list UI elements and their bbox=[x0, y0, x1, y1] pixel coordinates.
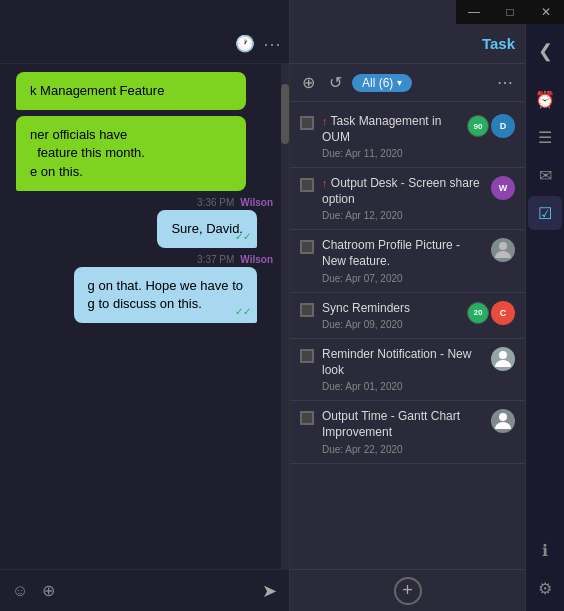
mail-icon[interactable]: ✉ bbox=[528, 158, 562, 192]
list-item: ner officials have feature this month.e … bbox=[0, 116, 289, 191]
message-sender: Wilson bbox=[240, 254, 273, 265]
task-options-icon[interactable]: ⋯ bbox=[493, 71, 517, 94]
refresh-icon[interactable]: ↺ bbox=[325, 71, 346, 94]
list-item: k Management Feature bbox=[0, 72, 289, 110]
task-avatars: 90 D bbox=[467, 114, 515, 138]
avatar: W bbox=[491, 176, 515, 200]
task-name: Output Time - Gantt Chart Improvement bbox=[322, 409, 483, 440]
svg-point-2 bbox=[499, 413, 507, 421]
task-name: ↑ Output Desk - Screen share option bbox=[322, 176, 483, 207]
task-due-date: Due: Apr 09, 2020 bbox=[322, 319, 459, 330]
emoji-icon[interactable]: ☺ bbox=[12, 582, 28, 600]
task-footer: + bbox=[290, 569, 525, 611]
message-bubble: k Management Feature bbox=[16, 72, 246, 110]
task-name: Chatroom Profile Picture - New feature. bbox=[322, 238, 483, 269]
message-bubble: ner officials have feature this month.e … bbox=[16, 116, 246, 191]
task-due-date: Due: Apr 11, 2020 bbox=[322, 148, 459, 159]
close-button[interactable]: ✕ bbox=[528, 0, 564, 24]
task-content: Chatroom Profile Picture - New feature. … bbox=[322, 238, 483, 283]
table-row[interactable]: Reminder Notification - New look Due: Ap… bbox=[290, 339, 525, 401]
maximize-button[interactable]: □ bbox=[492, 0, 528, 24]
chat-header: 🕐 ⋯ bbox=[0, 24, 289, 64]
task-due-date: Due: Apr 22, 2020 bbox=[322, 444, 483, 455]
table-row[interactable]: ↑ Output Desk - Screen share option Due:… bbox=[290, 168, 525, 230]
notes-icon[interactable]: ☰ bbox=[528, 120, 562, 154]
right-sidebar: ❮ ⏰ ☰ ✉ ☑ ℹ ⚙ bbox=[525, 0, 564, 611]
avatar bbox=[491, 347, 515, 371]
message-meta: 3:36 PM Wilson bbox=[197, 197, 273, 208]
chevron-down-icon: ▾ bbox=[397, 77, 402, 88]
task-checkbox[interactable] bbox=[300, 411, 314, 425]
avatar bbox=[491, 409, 515, 433]
task-avatars bbox=[491, 409, 515, 433]
alarm-icon[interactable]: ⏰ bbox=[528, 82, 562, 116]
table-row[interactable]: Sync Reminders Due: Apr 09, 2020 20 C bbox=[290, 293, 525, 340]
arrow-back-icon[interactable]: ❮ bbox=[528, 34, 562, 68]
priority-icon: ↑ bbox=[322, 115, 328, 127]
clock-icon: 🕐 bbox=[235, 34, 255, 53]
message-bubble: Sure, David. ✓✓ bbox=[157, 210, 257, 248]
minimize-button[interactable]: — bbox=[456, 0, 492, 24]
filter-dropdown[interactable]: All (6) ▾ bbox=[352, 74, 412, 92]
message-bubble: g on that. Hope we have tog to discuss o… bbox=[74, 267, 257, 323]
task-name: Reminder Notification - New look bbox=[322, 347, 483, 378]
task-panel-title: Task bbox=[482, 35, 515, 52]
task-avatars bbox=[491, 238, 515, 262]
add-task-button[interactable]: + bbox=[394, 577, 422, 605]
task-panel-header: Task bbox=[290, 24, 525, 64]
table-row[interactable]: Chatroom Profile Picture - New feature. … bbox=[290, 230, 525, 292]
send-icon[interactable]: ➤ bbox=[262, 580, 277, 602]
task-toolbar: ⊕ ↺ All (6) ▾ ⋯ bbox=[290, 64, 525, 102]
task-name: ↑ Task Management in OUM bbox=[322, 114, 459, 145]
task-icon[interactable]: ☑ bbox=[528, 196, 562, 230]
task-checkbox[interactable] bbox=[300, 349, 314, 363]
avatar: D bbox=[491, 114, 515, 138]
list-item: 3:37 PM Wilson g on that. Hope we have t… bbox=[0, 254, 289, 323]
task-due-date: Due: Apr 01, 2020 bbox=[322, 381, 483, 392]
filter-label: All (6) bbox=[362, 76, 393, 90]
task-content: ↑ Task Management in OUM Due: Apr 11, 20… bbox=[322, 114, 459, 159]
message-text: g on that. Hope we have tog to discuss o… bbox=[88, 278, 243, 311]
task-content: Sync Reminders Due: Apr 09, 2020 bbox=[322, 301, 459, 331]
task-avatars bbox=[491, 347, 515, 371]
read-receipt-icon: ✓✓ bbox=[235, 230, 251, 244]
task-checkbox[interactable] bbox=[300, 116, 314, 130]
info-icon[interactable]: ℹ bbox=[528, 533, 562, 567]
chat-messages: k Management Feature ner officials have … bbox=[0, 64, 289, 569]
table-row[interactable]: ↑ Task Management in OUM Due: Apr 11, 20… bbox=[290, 106, 525, 168]
chat-options-icon[interactable]: ⋯ bbox=[263, 33, 281, 55]
task-checkbox[interactable] bbox=[300, 303, 314, 317]
task-list: ↑ Task Management in OUM Due: Apr 11, 20… bbox=[290, 102, 525, 569]
message-meta: 3:37 PM Wilson bbox=[197, 254, 273, 265]
settings-icon[interactable]: ⚙ bbox=[528, 571, 562, 605]
svg-point-1 bbox=[499, 351, 507, 359]
chat-scrollbar[interactable] bbox=[281, 64, 289, 569]
message-text: k Management Feature bbox=[30, 83, 164, 98]
avatar: 20 bbox=[467, 302, 489, 324]
message-text: Sure, David. bbox=[171, 221, 243, 236]
add-task-icon[interactable]: ⊕ bbox=[298, 71, 319, 94]
task-checkbox[interactable] bbox=[300, 240, 314, 254]
task-checkbox[interactable] bbox=[300, 178, 314, 192]
message-time: 3:36 PM bbox=[197, 197, 234, 208]
list-item: 3:36 PM Wilson Sure, David. ✓✓ bbox=[0, 197, 289, 248]
message-text: ner officials have feature this month.e … bbox=[30, 127, 145, 178]
message-time: 3:37 PM bbox=[197, 254, 234, 265]
task-content: Output Time - Gantt Chart Improvement Du… bbox=[322, 409, 483, 454]
task-panel: Task ⊕ ↺ All (6) ▾ ⋯ ↑ Task Management i… bbox=[290, 0, 525, 611]
task-due-date: Due: Apr 12, 2020 bbox=[322, 210, 483, 221]
task-name: Sync Reminders bbox=[322, 301, 459, 317]
task-due-date: Due: Apr 07, 2020 bbox=[322, 273, 483, 284]
avatar bbox=[491, 238, 515, 262]
priority-icon: ↑ bbox=[322, 177, 328, 189]
chat-footer: ☺ ⊕ ➤ bbox=[0, 569, 289, 611]
task-avatars: 20 C bbox=[467, 301, 515, 325]
message-sender: Wilson bbox=[240, 197, 273, 208]
chat-panel: 🕐 ⋯ k Management Feature ner officials h… bbox=[0, 0, 290, 611]
attachment-icon[interactable]: ⊕ bbox=[42, 581, 55, 600]
task-avatars: W bbox=[491, 176, 515, 200]
table-row[interactable]: Output Time - Gantt Chart Improvement Du… bbox=[290, 401, 525, 463]
read-receipt-icon: ✓✓ bbox=[235, 305, 251, 319]
footer-icons: ☺ ⊕ bbox=[12, 581, 55, 600]
avatar: 90 bbox=[467, 115, 489, 137]
